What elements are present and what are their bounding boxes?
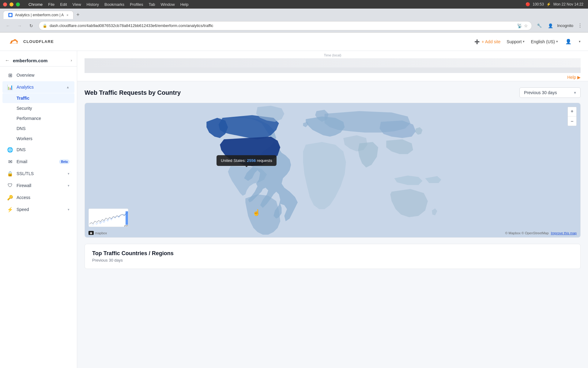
cloudflare-logo-icon	[7, 37, 21, 47]
back-arrow-icon: ←	[5, 58, 10, 63]
email-icon: ✉	[7, 159, 13, 164]
support-chevron-icon: ▾	[523, 40, 525, 44]
dns-icon: 🌐	[7, 147, 13, 152]
zoom-out-button[interactable]: −	[568, 117, 576, 126]
profiles-menu-item[interactable]: Profiles	[130, 2, 143, 7]
browser-right-icons: 🔧 👤 Incognito ⋮	[535, 21, 584, 30]
map-zoom-controls: + −	[567, 107, 577, 126]
close-dot[interactable]	[3, 2, 7, 6]
browser-tab-bar: Analytics | emberform.com | A... × +	[0, 9, 588, 19]
incognito-button[interactable]: 👤	[546, 21, 555, 30]
date-filter-text: Previous 30 days	[524, 90, 571, 95]
site-navigation: ← emberform.com ›	[0, 51, 77, 67]
chrome-menu-item[interactable]: Chrome	[28, 2, 43, 7]
improve-map-link[interactable]: Improve this map	[551, 231, 577, 235]
traffic-table-card: Top Traffic Countries / Regions Previous…	[85, 244, 581, 269]
table-subtitle: Previous 30 days	[92, 258, 573, 263]
url-text: dash.cloudflare.com/4ab9ad0876532cb78a84…	[50, 23, 514, 28]
help-menu-item[interactable]: Help	[180, 2, 189, 7]
zoom-in-button[interactable]: +	[568, 107, 576, 116]
help-arrow-icon: ▶	[577, 75, 581, 80]
email-beta-badge: Beta	[59, 159, 70, 164]
view-menu-item[interactable]: View	[73, 2, 81, 7]
ssl-chevron-icon: ▾	[68, 172, 70, 176]
bookmarks-menu-item[interactable]: Bookmarks	[104, 2, 124, 7]
ssl-icon: 🔒	[7, 171, 13, 176]
active-tab[interactable]: Analytics | emberform.com | A... ×	[3, 11, 74, 19]
svg-rect-1	[85, 67, 581, 73]
more-button[interactable]: ⋮	[576, 21, 584, 30]
back-button[interactable]: ←	[4, 21, 12, 30]
sidebar-item-traffic[interactable]: Traffic	[2, 93, 74, 103]
reload-button[interactable]: ↻	[27, 21, 36, 30]
site-chevron-icon: ›	[71, 58, 72, 63]
time-axis-label: Time (local)	[85, 52, 581, 58]
app-layout: ← emberform.com › ⊞ Overview 📊 Analytics…	[0, 51, 588, 368]
svg-rect-4	[126, 211, 128, 225]
firewall-chevron-icon: ▾	[68, 184, 70, 188]
firewall-icon: 🛡	[7, 183, 13, 188]
edit-menu-item[interactable]: Edit	[60, 2, 67, 7]
cloudflare-logo[interactable]: CLOUDFLARE	[7, 37, 54, 47]
sidebar-item-email[interactable]: ✉ Email Beta	[2, 156, 74, 167]
language-dropdown[interactable]: English (US) ▾	[531, 39, 558, 44]
sidebar: ← emberform.com › ⊞ Overview 📊 Analytics…	[0, 51, 77, 368]
sidebar-item-security[interactable]: Security	[2, 103, 74, 113]
add-site-button[interactable]: ➕ + Add site	[474, 39, 500, 44]
sidebar-item-label-access: Access	[17, 195, 70, 200]
address-bar-icons: 📡 ☆	[517, 23, 528, 28]
sidebar-nav: ⊞ Overview 📊 Analytics ▲ Traffic Securit…	[0, 67, 77, 368]
sidebar-item-label-speed: Speed	[17, 207, 64, 212]
sidebar-item-access[interactable]: 🔑 Access	[2, 192, 74, 203]
zoom-divider	[568, 116, 576, 117]
world-map-container: United States: 2556 requests ☝ + −	[85, 103, 581, 238]
extensions-button[interactable]: 🔧	[535, 21, 544, 30]
analytics-icon: 📊	[7, 84, 13, 90]
analytics-chevron-icon: ▲	[66, 85, 70, 89]
support-dropdown[interactable]: Support ▾	[507, 39, 525, 44]
mapbox-attribution-right: © Mapbox © OpenStreetMap Improve this ma…	[505, 231, 577, 235]
mac-menu: Chrome File Edit View History Bookmarks …	[28, 2, 188, 7]
sidebar-item-label-ssl: SSL/TLS	[17, 171, 64, 176]
sidebar-item-dns-main[interactable]: 🌐 DNS	[2, 144, 74, 155]
world-map-svg	[85, 103, 580, 237]
tab-favicon	[8, 13, 13, 17]
sidebar-item-analytics[interactable]: 📊 Analytics ▲	[2, 81, 74, 93]
sidebar-item-ssl[interactable]: 🔒 SSL/TLS ▾	[2, 168, 74, 179]
map-section: Web Traffic Requests by Country Previous…	[77, 81, 588, 244]
maximize-dot[interactable]	[16, 2, 20, 6]
window-menu-item[interactable]: Window	[160, 2, 175, 7]
sidebar-item-performance[interactable]: Performance	[2, 113, 74, 123]
site-name-label: emberform.com	[13, 58, 47, 63]
file-menu-item[interactable]: File	[48, 2, 55, 7]
sidebar-item-workers[interactable]: Workers	[2, 134, 74, 144]
sidebar-item-label-overview: Overview	[17, 73, 70, 78]
new-tab-button[interactable]: +	[74, 10, 82, 19]
incognito-label[interactable]: Incognito	[557, 23, 573, 28]
sidebar-item-speed[interactable]: ⚡ Speed ▾	[2, 204, 74, 215]
cast-icon: 📡	[517, 23, 522, 28]
date-filter-selector[interactable]: Previous 30 days ▾	[519, 87, 581, 98]
language-chevron-icon: ▾	[556, 40, 558, 44]
lock-icon: 🔒	[43, 24, 47, 28]
sidebar-item-label-firewall: Firewall	[17, 183, 64, 188]
address-bar[interactable]: 🔒 dash.cloudflare.com/4ab9ad0876532cb78a…	[39, 21, 532, 30]
sidebar-item-overview[interactable]: ⊞ Overview	[2, 69, 74, 81]
star-icon[interactable]: ☆	[524, 23, 528, 28]
forward-button[interactable]: →	[15, 21, 24, 30]
access-icon: 🔑	[7, 195, 13, 200]
minimize-dot[interactable]	[9, 2, 13, 6]
svg-rect-3	[89, 209, 128, 227]
time-chart-container: Time (local) Help ▶	[77, 51, 588, 81]
tab-close-button[interactable]: ×	[66, 13, 68, 17]
history-menu-item[interactable]: History	[87, 2, 99, 7]
sidebar-item-dns[interactable]: DNS	[2, 124, 74, 133]
account-chevron-icon: ▾	[579, 40, 581, 44]
site-back-item[interactable]: ← emberform.com ›	[0, 55, 77, 66]
mapbox-text: mapbox	[95, 231, 107, 235]
account-button[interactable]: 👤	[564, 37, 573, 46]
tab-menu-item[interactable]: Tab	[149, 2, 155, 7]
workers-label: Workers	[17, 136, 32, 141]
sidebar-item-firewall[interactable]: 🛡 Firewall ▾	[2, 180, 74, 191]
help-link[interactable]: Help ▶	[567, 75, 581, 80]
